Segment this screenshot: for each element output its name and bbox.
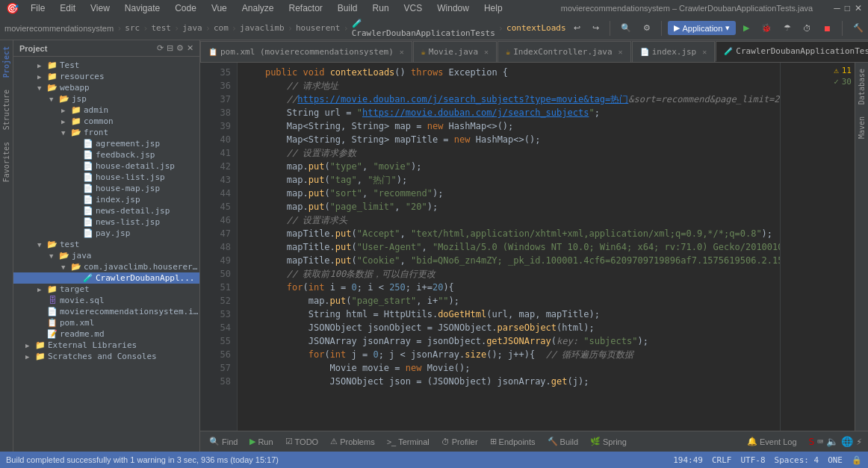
menu-refactor[interactable]: Refactor (286, 1, 326, 15)
tree-item-readme[interactable]: 📝 readme.md (13, 328, 199, 340)
tree-item-movie-sql[interactable]: 🗄 movie.sql (13, 295, 199, 306)
tree-item-agreement[interactable]: 📄 agreement.jsp (13, 138, 199, 149)
profiler-btn[interactable]: ⏱ Profiler (438, 436, 481, 448)
run-config-dropdown[interactable]: ▶ Application ▾ (668, 21, 737, 35)
code-editor[interactable]: public void contextLoads() throws Except… (238, 63, 780, 431)
tree-label: jsp (72, 94, 87, 104)
menu-run[interactable]: Run (370, 1, 392, 15)
tree-item-ext-libs[interactable]: ▶ 📁 External Libraries (13, 340, 199, 351)
tab-indexjsp-close[interactable]: ✕ (702, 48, 707, 56)
menu-file[interactable]: File (28, 1, 48, 15)
close-sidebar-btn[interactable]: ✕ (187, 43, 193, 53)
line-ending-indicator[interactable]: CRLF (712, 455, 732, 465)
tree-item-house-detail[interactable]: 📄 house-detail.jsp (13, 160, 199, 172)
menu-navigate[interactable]: Navigate (122, 1, 163, 15)
menu-window[interactable]: Window (434, 1, 472, 15)
tab-pom-close[interactable]: ✕ (400, 48, 404, 56)
favorites-tab-btn[interactable]: Favorites (1, 139, 12, 185)
settings-sidebar-btn[interactable]: ⚙ (176, 43, 184, 53)
tab-crawler-label: CrawlerDoubanApplicationTests.java (736, 46, 868, 56)
undo-btn[interactable]: ↩ (569, 21, 585, 35)
tree-item-test[interactable]: ▶ 📁 Test (13, 60, 199, 71)
git-branch-indicator[interactable]: ONE (828, 455, 843, 465)
restore-btn[interactable]: □ (845, 3, 850, 13)
tree-item-webapp[interactable]: ▼ 📂 webapp (13, 82, 199, 93)
stop-btn[interactable]: ⏹ (819, 22, 836, 35)
sidebar-title: Project (19, 44, 47, 53)
java-tab-icon: ☕ (506, 48, 510, 56)
spring-btn[interactable]: 🌿 Spring (587, 435, 630, 448)
tree-item-scratches[interactable]: ▶ 📁 Scratches and Consoles (13, 351, 199, 362)
tree-item-java-dir[interactable]: ▼ 📂 java (13, 250, 199, 261)
tab-pom[interactable]: 📋 pom.xml (movierecommendationsystem) ✕ (200, 41, 412, 62)
tree-item-im-file[interactable]: 📄 movierecommendationsystem.im... (13, 306, 199, 317)
maven-panel-btn[interactable]: Maven (856, 113, 867, 142)
tree-item-pay[interactable]: 📄 pay.jsp (13, 228, 199, 239)
endpoints-label: Endpoints (499, 437, 536, 446)
menu-vue[interactable]: Vue (208, 1, 230, 15)
project-tab-btn[interactable]: Project (1, 43, 12, 81)
problems-btn[interactable]: ⚠ Problems (327, 435, 377, 448)
tree-item-index-jsp[interactable]: 📄 index.jsp (13, 194, 199, 205)
debug-btn[interactable]: 🐞 (757, 21, 776, 35)
folder-icon: 📁 (70, 116, 82, 126)
redo-btn[interactable]: ↪ (588, 21, 604, 35)
check-indicator[interactable]: ✓ 30 (834, 77, 852, 87)
tree-item-common[interactable]: ▶ 📁 common (13, 116, 199, 127)
tree-item-jsp[interactable]: ▼ 📂 jsp (13, 93, 199, 104)
tree-item-resources[interactable]: ▶ 📁 resources (13, 71, 199, 82)
database-panel-btn[interactable]: Database (856, 66, 867, 107)
tree-item-house-map[interactable]: 📄 house-map.jsp (13, 183, 199, 194)
menu-vcs[interactable]: VCS (401, 1, 426, 15)
profile-btn[interactable]: ⏱ (799, 22, 816, 35)
tree-item-pom[interactable]: 📋 pom.xml (13, 317, 199, 328)
run-bottom-btn[interactable]: ▶ Run (247, 435, 276, 448)
menu-build[interactable]: Build (335, 1, 361, 15)
todo-btn[interactable]: ☑ TODO (282, 435, 322, 448)
folder-icon: 📁 (34, 340, 46, 350)
tree-item-com-javaclimb[interactable]: ▼ 📂 com.javaclimb.houserer... (13, 261, 199, 272)
tree-item-house-list[interactable]: 📄 house-list.jsp (13, 172, 199, 183)
menu-help[interactable]: Help (481, 1, 506, 15)
tab-index-controller[interactable]: ☕ IndexController.java ✕ (497, 41, 631, 62)
tree-item-target[interactable]: ▶ 📁 target (13, 284, 199, 295)
collapse-btn[interactable]: ⊟ (167, 43, 173, 53)
close-btn[interactable]: ✕ (855, 3, 862, 13)
build-bottom-btn[interactable]: 🔨 Build (545, 435, 581, 448)
tab-crawler-test[interactable]: 🧪 CrawlerDoubanApplicationTests.java ✕ (716, 41, 868, 62)
coverage-btn[interactable]: ☂ (779, 21, 796, 35)
tree-item-admin[interactable]: ▶ 📁 admin (13, 104, 199, 116)
tree-item-news-list[interactable]: 📄 news-list.jsp (13, 216, 199, 228)
terminal-btn[interactable]: >_ Terminal (384, 436, 433, 448)
tab-index-jsp[interactable]: 📄 index.jsp ✕ (632, 41, 716, 62)
tree-item-test-dir[interactable]: ▼ 📂 test (13, 239, 199, 250)
menu-view[interactable]: View (87, 1, 113, 15)
code-line-36: // 请求地址 (244, 79, 774, 93)
search-everywhere-btn[interactable]: 🔍 (616, 21, 636, 35)
tree-item-news-detail[interactable]: 📄 news-detail.jsp (13, 205, 199, 216)
tree-item-crawlertest[interactable]: 🧪 CrawlerDoubanAppl... (13, 272, 199, 284)
tree-item-front[interactable]: ▼ 📂 front (13, 127, 199, 138)
warning-indicator[interactable]: ⚠ 11 (834, 66, 852, 75)
minimize-btn[interactable]: ─ (834, 3, 840, 13)
run-btn[interactable]: ▶ (739, 21, 754, 35)
sync-btn[interactable]: ⟳ (157, 43, 164, 53)
endpoints-btn[interactable]: ⊞ Endpoints (487, 435, 539, 448)
menu-analyze[interactable]: Analyze (239, 1, 277, 15)
tab-movie-java[interactable]: ☕ Movie.java ✕ (413, 41, 497, 62)
structure-tab-btn[interactable]: Structure (1, 87, 12, 133)
tab-indexcontroller-close[interactable]: ✕ (619, 48, 623, 56)
indent-indicator[interactable]: Spaces: 4 (775, 455, 819, 465)
event-log-btn[interactable]: 🔔 Event Log (744, 435, 800, 448)
build-btn[interactable]: 🔨 (849, 21, 868, 35)
encoding-indicator[interactable]: UTF-8 (740, 455, 765, 465)
position-indicator[interactable]: 194:49 (673, 455, 703, 465)
tree-item-feedback[interactable]: 📄 feedback.jsp (13, 149, 199, 160)
editor-content: 3536373839 4041424344 4546474849 5051525… (200, 63, 868, 431)
build-label: Build (560, 437, 578, 446)
menu-code[interactable]: Code (172, 1, 199, 15)
settings-btn[interactable]: ⚙ (639, 21, 655, 35)
find-btn[interactable]: 🔍 Find (206, 435, 241, 448)
tab-movie-close[interactable]: ✕ (484, 48, 489, 56)
menu-edit[interactable]: Edit (57, 1, 78, 15)
